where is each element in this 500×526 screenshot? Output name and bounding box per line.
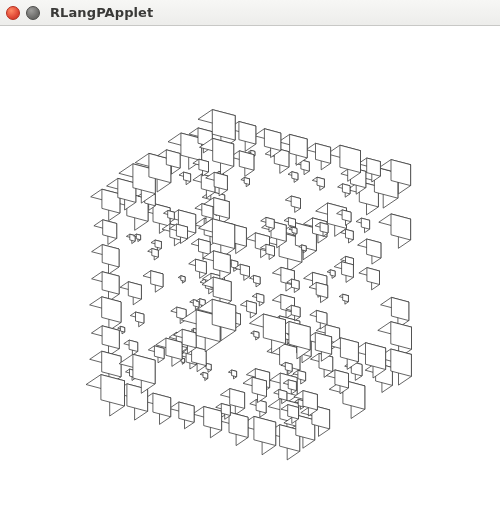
cube-face (340, 145, 361, 172)
cube-face (303, 391, 318, 410)
cube-face (196, 259, 207, 274)
cube-face (239, 122, 256, 145)
cube-face (317, 177, 324, 187)
cube-face (254, 416, 276, 445)
cube-face (279, 390, 287, 401)
cube-face (176, 224, 187, 239)
cube-face (340, 338, 358, 362)
cube-face (129, 340, 138, 351)
scene-svg (0, 26, 500, 526)
cube-face (204, 407, 222, 431)
cube-face (291, 196, 300, 209)
cube-face (367, 158, 381, 176)
cube-face (361, 218, 369, 229)
titlebar[interactable]: RLangPApplet (0, 0, 500, 26)
cube-face (316, 310, 327, 324)
cube-face (199, 159, 209, 172)
cube-face (366, 343, 386, 370)
cube-face (101, 375, 125, 406)
cube-face (213, 277, 231, 301)
canvas-area (0, 26, 500, 526)
cube-face (342, 262, 354, 278)
minimize-icon[interactable] (26, 6, 40, 20)
cube-face (232, 370, 237, 377)
cube-face (288, 380, 296, 391)
close-icon[interactable] (6, 6, 20, 20)
cube-face (102, 326, 119, 349)
cube-face (168, 211, 175, 220)
cube-face (212, 219, 234, 249)
cube-face (181, 276, 185, 282)
cube-face (214, 172, 227, 190)
cube-face (316, 143, 331, 163)
cube-face (343, 294, 349, 302)
cube-face (391, 322, 412, 350)
cube-face (230, 389, 245, 409)
cube-face (285, 362, 292, 371)
cube-face (330, 270, 335, 277)
cube-face (254, 275, 261, 284)
app-window: RLangPApplet (0, 0, 500, 526)
cube-face (316, 282, 328, 297)
cube-face (290, 134, 308, 158)
cube-face (320, 223, 328, 234)
cube-face (342, 210, 351, 222)
cube-face (292, 279, 300, 289)
cube-face (151, 271, 163, 287)
cube-face (153, 393, 171, 417)
cube-face (102, 297, 121, 323)
cube-face (155, 240, 161, 249)
cube-face (367, 239, 381, 258)
cube-face (292, 172, 298, 180)
cube-face (342, 184, 350, 194)
cube-face (133, 354, 155, 384)
cube-face (391, 349, 412, 376)
cube-face (179, 402, 194, 422)
cube-face (102, 351, 121, 377)
cube-face (136, 234, 140, 240)
cube-face (182, 329, 196, 348)
cube-face (298, 370, 306, 380)
cube-face (288, 405, 299, 419)
cube-face (266, 244, 275, 256)
cube-face (264, 129, 280, 151)
cube-face (266, 217, 274, 228)
cube-face (221, 404, 230, 416)
cube-face (247, 301, 257, 314)
cube-face (292, 227, 297, 234)
cube-face (199, 239, 211, 255)
cube-face (203, 372, 208, 378)
cube-face (346, 229, 354, 239)
cube-face (206, 363, 211, 370)
cube-face (102, 245, 119, 267)
cube-face (391, 214, 411, 240)
cube-face (257, 293, 264, 303)
cube-face (154, 346, 164, 359)
cube-face (335, 370, 349, 388)
cube-face (102, 189, 120, 213)
cube-face (254, 331, 259, 338)
cube-face (291, 305, 300, 317)
cube-face (136, 312, 144, 323)
cube-face (302, 245, 307, 251)
cube-face (213, 251, 230, 273)
cube-face (288, 218, 295, 227)
cube-face (152, 249, 159, 258)
cube-face (244, 178, 249, 185)
cube-face (128, 282, 141, 300)
window-title: RLangPApplet (50, 5, 153, 20)
cube-face (120, 326, 124, 332)
cube-face (240, 264, 249, 276)
cube-face (102, 272, 119, 295)
cube-face (103, 220, 117, 239)
cube-face (212, 110, 235, 141)
cube-face (252, 377, 266, 396)
cube-face (184, 172, 191, 182)
cube-face (391, 297, 408, 320)
cube-face (229, 412, 248, 437)
cube-face (166, 150, 180, 168)
cube-face (367, 268, 380, 285)
